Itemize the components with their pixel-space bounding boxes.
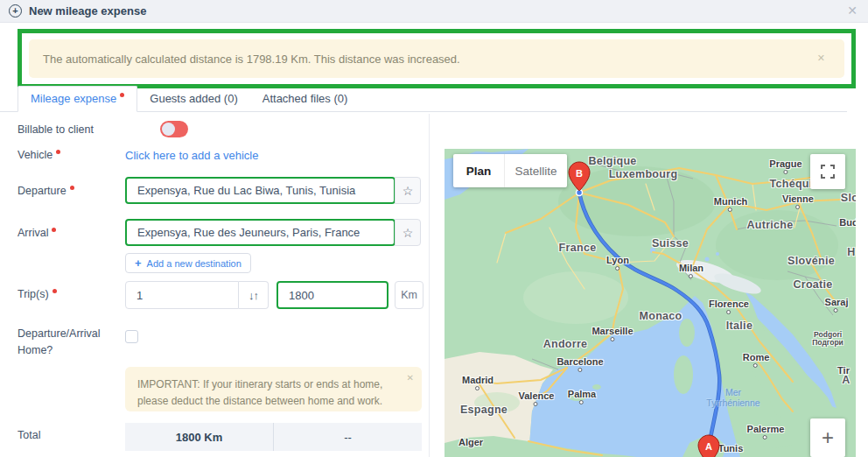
important-note-text: IMPORTANT: If your itinerary starts or e… — [137, 378, 382, 407]
departure-input-group: ☆ — [125, 177, 421, 204]
map-label-monaco: Monaco — [639, 310, 682, 322]
tab-mileage-expense[interactable]: Mileage expense — [18, 86, 137, 112]
map-place-dot — [579, 400, 584, 404]
map-type-control: Plan Satellite — [453, 154, 567, 187]
map-label-munich: Munich — [714, 196, 748, 207]
map-label-italie: Italie — [726, 320, 752, 332]
map-label-vienne: Vienne — [782, 193, 814, 204]
map-label-france: France — [559, 242, 597, 254]
map-label-marseille: Marseille — [592, 326, 633, 336]
map-label-подгори: Подгори — [812, 338, 844, 347]
arrival-input[interactable] — [125, 219, 396, 246]
map-label-valence: Valence — [519, 390, 555, 401]
total-label: Total — [18, 429, 40, 441]
map-label-andorre: Andorre — [543, 338, 588, 350]
required-indicator — [52, 289, 57, 293]
map-label-autriche: Autriche — [746, 219, 793, 231]
map-label-milan: Milan — [679, 263, 704, 273]
distance-unit-label: Km — [395, 281, 424, 309]
close-icon[interactable]: ✕ — [847, 4, 858, 18]
plus-icon: + — [135, 257, 142, 270]
marker-b-pin[interactable]: B — [568, 161, 591, 193]
tab-attached-files-0-[interactable]: Attached files (0) — [250, 87, 360, 111]
vehicle-label: Vehicle — [18, 149, 60, 161]
map-label-tch-qui: Tchéqui — [769, 178, 812, 190]
map-place-dot — [783, 170, 788, 174]
map-label-palerme: Palerme — [747, 424, 785, 434]
distance-alert-banner: The automatically calculated distance is… — [29, 39, 844, 78]
required-indicator — [120, 93, 124, 97]
arrival-input-group: ☆ — [125, 219, 421, 246]
departure-input[interactable] — [125, 177, 396, 204]
map-label-rome: Rome — [743, 352, 770, 362]
route-map[interactable]: BelgiqueLuxembourgPragueTchéquiMunichVie… — [444, 149, 856, 457]
map-label-espagne: Espagne — [460, 404, 508, 416]
svg-text:A: A — [705, 441, 712, 452]
departure-favorite-button[interactable]: ☆ — [395, 177, 421, 204]
trips-row: ↓↑ Km — [125, 281, 424, 309]
map-label-florence: Florence — [709, 299, 749, 309]
panel-divider — [429, 114, 430, 457]
map-place-dot — [753, 363, 758, 368]
map-place-dot — [578, 368, 582, 372]
map-label-mer: Mer — [725, 387, 741, 397]
map-label-prague: Prague — [769, 158, 802, 169]
arrival-favorite-button[interactable]: ☆ — [395, 219, 421, 246]
map-label-luxembourg: Luxembourg — [609, 168, 678, 180]
map-label-saraj: Saraj — [825, 297, 849, 307]
tab-label: Guests added (0) — [150, 92, 237, 105]
map-place-dot — [534, 402, 538, 406]
map-label-alger: Alger — [458, 437, 483, 447]
note-close-icon[interactable]: ✕ — [407, 373, 414, 383]
star-icon: ☆ — [402, 226, 414, 240]
home-checkbox[interactable] — [125, 330, 138, 343]
required-indicator — [70, 186, 74, 190]
map-satellite-button[interactable]: Satellite — [504, 154, 567, 187]
add-vehicle-link[interactable]: Click here to add a vehicle — [125, 149, 258, 162]
alert-close-icon[interactable]: ✕ — [817, 53, 825, 64]
total-amount-value: -- — [273, 423, 422, 451]
map-place-dot — [728, 207, 732, 212]
required-indicator — [56, 150, 60, 154]
map-zoom-in-button[interactable]: + — [810, 418, 845, 457]
dialog-header: + New mileage expense ✕ — [0, 0, 868, 23]
map-place-dot — [615, 266, 620, 271]
tab-label: Attached files (0) — [262, 92, 348, 105]
map-label-bud: Bud — [839, 217, 856, 228]
swap-direction-button[interactable]: ↓↑ — [239, 281, 269, 309]
tab-label: Mileage expense — [31, 92, 116, 105]
swap-arrows-icon: ↓↑ — [248, 289, 258, 302]
map-place-dot — [763, 435, 767, 439]
toggle-knob — [162, 123, 175, 136]
map-label-belgique: Belgique — [588, 155, 636, 167]
tab-bar: Mileage expenseGuests added (0)Attached … — [0, 88, 847, 112]
required-indicator — [52, 228, 56, 232]
map-fullscreen-button[interactable] — [810, 154, 845, 189]
map-label-palma: Palma — [568, 389, 596, 399]
total-distance-value: 1800 Km — [125, 423, 273, 451]
map-label-madrid: Madrid — [462, 375, 494, 385]
home-label: Departure/Arrival Home? — [18, 326, 118, 360]
svg-text:B: B — [576, 168, 583, 179]
plus-circle-icon: + — [9, 4, 22, 18]
distance-input[interactable] — [276, 281, 388, 309]
map-labels-layer: BelgiqueLuxembourgPragueTchéquiMunichVie… — [444, 149, 856, 457]
billable-toggle[interactable] — [160, 121, 188, 137]
marker-a-pin[interactable]: A — [697, 434, 720, 457]
map-label-tunis: Tunis — [718, 443, 744, 453]
map-label-slo: Slo — [841, 192, 856, 204]
map-plan-button[interactable]: Plan — [453, 154, 504, 187]
map-place-dot — [795, 205, 800, 209]
important-note: IMPORTANT: If your itinerary starts or e… — [125, 367, 422, 411]
map-label-suisse: Suisse — [652, 237, 689, 250]
annotation-highlight-box: The automatically calculated distance is… — [18, 29, 856, 88]
distance-alert-text: The automatically calculated distance is… — [43, 53, 460, 66]
map-label-lyon: Lyon — [606, 255, 629, 265]
map-place-dot — [610, 337, 614, 341]
trips-count-input[interactable] — [125, 281, 239, 309]
map-place-dot — [726, 310, 731, 314]
tab-guests-added-0-[interactable]: Guests added (0) — [137, 87, 249, 111]
total-bar: 1800 Km -- — [125, 423, 422, 451]
page-title: New mileage expense — [29, 4, 146, 18]
add-destination-button[interactable]: + Add a new destination — [125, 253, 251, 273]
